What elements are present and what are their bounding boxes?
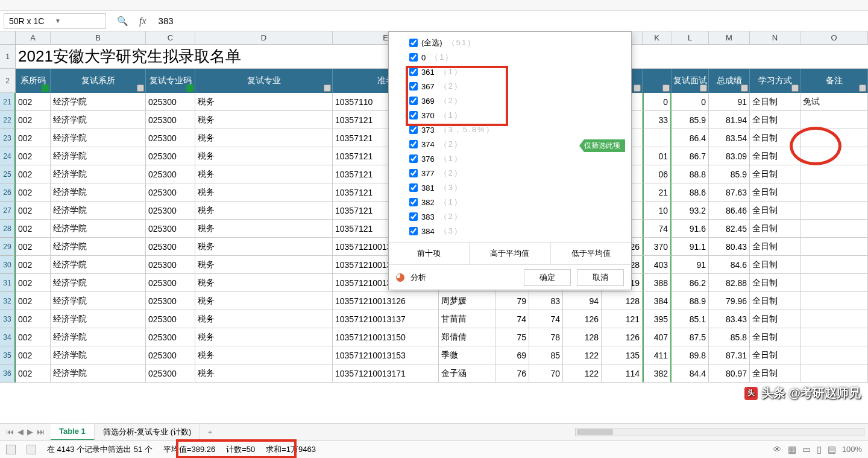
select-all-corner[interactable] (0, 31, 16, 44)
cell[interactable]: 002 (16, 129, 51, 147)
filter-item[interactable]: 369（2） (409, 94, 631, 108)
cell[interactable]: 全日制 (750, 202, 800, 220)
cell[interactable] (800, 147, 868, 165)
cell[interactable]: 83.43 (709, 310, 750, 328)
filter-icon[interactable] (324, 84, 331, 92)
row-header[interactable]: 25 (0, 165, 16, 183)
checkbox[interactable] (409, 111, 418, 119)
cell[interactable]: 86.2 (671, 274, 709, 292)
cell[interactable]: 025300 (146, 220, 195, 238)
col-header-B[interactable]: B (51, 31, 146, 44)
cell[interactable]: 395 (643, 310, 671, 328)
cell[interactable]: 76 (495, 364, 529, 383)
table-header-cell[interactable] (643, 69, 671, 93)
below-avg-button[interactable]: 低于平均值 (551, 243, 631, 264)
cell[interactable]: 002 (16, 328, 51, 346)
filter-list[interactable]: (全选) （51） 0（1）361（1）367（2）369（2）370（1）37… (389, 32, 631, 242)
chevron-down-icon[interactable]: ▼ (55, 17, 101, 24)
cell[interactable]: 10 (643, 202, 671, 220)
row-header[interactable]: 26 (0, 183, 16, 202)
col-header-O[interactable]: O (800, 31, 868, 44)
row-header[interactable]: 21 (0, 93, 16, 111)
filter-icon[interactable] (741, 84, 748, 92)
cell[interactable]: 83.54 (709, 129, 750, 147)
next-icon[interactable]: ▶ (27, 427, 33, 436)
eye-icon[interactable]: 👁 (773, 444, 782, 454)
cell[interactable]: 经济学院 (51, 183, 146, 202)
cell[interactable]: 103571210013153 (333, 346, 439, 364)
table-header-cell[interactable]: 复试专业码 (146, 69, 195, 93)
cell[interactable]: 全日制 (750, 328, 800, 346)
cell[interactable]: 86.7 (671, 147, 709, 165)
col-header-A[interactable]: A (16, 31, 51, 44)
cell[interactable]: 025300 (146, 328, 195, 346)
cell[interactable]: 全日制 (750, 238, 800, 256)
col-header-N[interactable]: N (750, 31, 800, 44)
cell[interactable]: 025300 (146, 310, 195, 328)
cell[interactable]: 94 (563, 292, 602, 310)
row-header[interactable]: 36 (0, 364, 16, 383)
filter-item[interactable]: 382（1） (409, 195, 631, 209)
cell[interactable]: 经济学院 (51, 93, 146, 111)
cell[interactable] (800, 364, 868, 383)
cell[interactable]: 全日制 (750, 129, 800, 147)
view-page-icon[interactable]: ▯ (817, 444, 822, 455)
cell[interactable]: 002 (16, 364, 51, 383)
cell[interactable]: 06 (643, 165, 671, 183)
cell[interactable]: 79.96 (709, 292, 750, 310)
row-header[interactable]: 2 (0, 69, 16, 93)
filter-icon[interactable] (859, 84, 866, 92)
cell[interactable]: 114 (602, 364, 643, 383)
col-header-C[interactable]: C (146, 31, 195, 44)
cell[interactable]: 经济学院 (51, 202, 146, 220)
row-header[interactable]: 34 (0, 328, 16, 346)
cell[interactable]: 全日制 (750, 147, 800, 165)
cell[interactable]: 80.97 (709, 364, 750, 383)
cell[interactable]: 全日制 (750, 346, 800, 364)
cell[interactable]: 74 (529, 310, 563, 328)
cell[interactable]: 81.94 (709, 111, 750, 129)
cell[interactable] (643, 129, 671, 147)
cell[interactable]: 80.43 (709, 238, 750, 256)
cell[interactable]: 全日制 (750, 274, 800, 292)
filter-item[interactable]: 381（3） (409, 180, 631, 195)
above-avg-button[interactable]: 高于平均值 (470, 243, 550, 264)
cell[interactable]: 经济学院 (51, 220, 146, 238)
cell[interactable]: 103571210013171 (333, 364, 439, 383)
cell[interactable]: 91.1 (671, 238, 709, 256)
cell[interactable]: 025300 (146, 147, 195, 165)
cell[interactable]: 税务 (195, 129, 333, 147)
fx-icon[interactable]: fx (139, 16, 146, 27)
row-header[interactable]: 28 (0, 220, 16, 238)
cell[interactable]: 002 (16, 202, 51, 220)
row-header[interactable]: 27 (0, 202, 16, 220)
cell[interactable]: 全日制 (750, 111, 800, 129)
cell[interactable] (800, 310, 868, 328)
cell[interactable]: 103571210013137 (333, 310, 439, 328)
cell[interactable]: 88.9 (671, 292, 709, 310)
cell[interactable]: 税务 (195, 292, 333, 310)
filter-item[interactable]: 0（1） (409, 50, 631, 65)
cell[interactable]: 91.6 (671, 220, 709, 238)
cell[interactable]: 经济学院 (51, 238, 146, 256)
cell[interactable]: 74 (495, 310, 529, 328)
cell[interactable]: 全日制 (750, 183, 800, 202)
cell[interactable]: 郑倩倩 (439, 328, 495, 346)
cell[interactable]: 87.63 (709, 183, 750, 202)
filter-item[interactable]: 376（1） (409, 151, 631, 166)
cell[interactable]: 0 (671, 93, 709, 111)
checkbox[interactable] (409, 126, 418, 134)
cell[interactable]: 88.6 (671, 183, 709, 202)
cell[interactable]: 经济学院 (51, 310, 146, 328)
row-header[interactable]: 31 (0, 274, 16, 292)
cell[interactable]: 税务 (195, 256, 333, 274)
cell[interactable]: 全日制 (750, 364, 800, 383)
zoom-value[interactable]: 100% (842, 445, 862, 454)
cell[interactable]: 370 (643, 238, 671, 256)
cell[interactable]: 税务 (195, 147, 333, 165)
cell[interactable] (800, 183, 868, 202)
cell[interactable]: 93.2 (671, 202, 709, 220)
cell[interactable]: 84.6 (709, 256, 750, 274)
cell[interactable]: 388 (643, 274, 671, 292)
row-header[interactable]: 32 (0, 292, 16, 310)
